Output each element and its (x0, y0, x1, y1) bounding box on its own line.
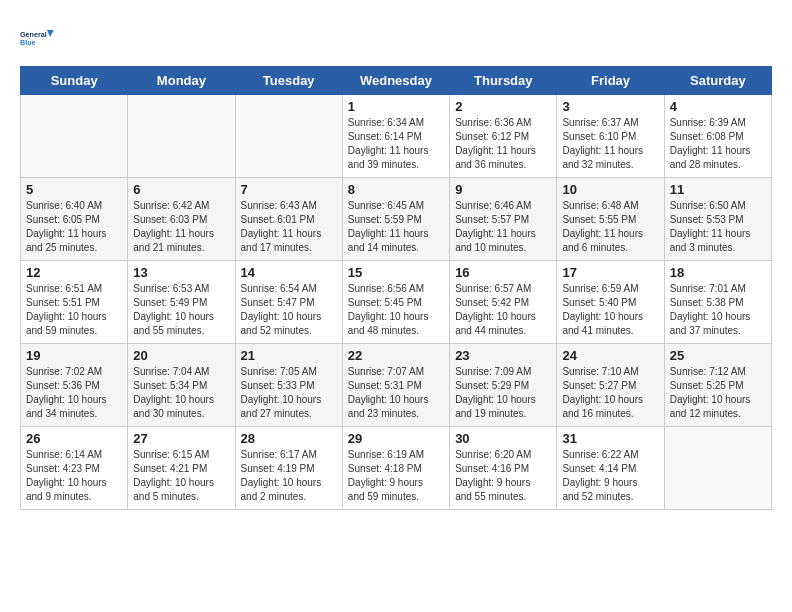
day-number: 26 (26, 431, 122, 446)
day-info: Sunrise: 6:34 AM Sunset: 6:14 PM Dayligh… (348, 116, 444, 172)
day-info: Sunrise: 6:42 AM Sunset: 6:03 PM Dayligh… (133, 199, 229, 255)
day-number: 22 (348, 348, 444, 363)
day-info: Sunrise: 6:15 AM Sunset: 4:21 PM Dayligh… (133, 448, 229, 504)
day-number: 28 (241, 431, 337, 446)
day-info: Sunrise: 6:36 AM Sunset: 6:12 PM Dayligh… (455, 116, 551, 172)
calendar-cell: 27Sunrise: 6:15 AM Sunset: 4:21 PM Dayli… (128, 427, 235, 510)
day-number: 13 (133, 265, 229, 280)
day-info: Sunrise: 6:45 AM Sunset: 5:59 PM Dayligh… (348, 199, 444, 255)
day-info: Sunrise: 6:20 AM Sunset: 4:16 PM Dayligh… (455, 448, 551, 504)
calendar-cell: 8Sunrise: 6:45 AM Sunset: 5:59 PM Daylig… (342, 178, 449, 261)
day-info: Sunrise: 6:19 AM Sunset: 4:18 PM Dayligh… (348, 448, 444, 504)
day-info: Sunrise: 6:17 AM Sunset: 4:19 PM Dayligh… (241, 448, 337, 504)
svg-marker-2 (47, 30, 54, 37)
calendar-cell: 4Sunrise: 6:39 AM Sunset: 6:08 PM Daylig… (664, 95, 771, 178)
calendar-week-5: 26Sunrise: 6:14 AM Sunset: 4:23 PM Dayli… (21, 427, 772, 510)
calendar-cell: 20Sunrise: 7:04 AM Sunset: 5:34 PM Dayli… (128, 344, 235, 427)
weekday-thursday: Thursday (450, 67, 557, 95)
weekday-saturday: Saturday (664, 67, 771, 95)
day-info: Sunrise: 6:39 AM Sunset: 6:08 PM Dayligh… (670, 116, 766, 172)
calendar-cell: 28Sunrise: 6:17 AM Sunset: 4:19 PM Dayli… (235, 427, 342, 510)
weekday-friday: Friday (557, 67, 664, 95)
calendar-cell: 10Sunrise: 6:48 AM Sunset: 5:55 PM Dayli… (557, 178, 664, 261)
calendar-cell: 16Sunrise: 6:57 AM Sunset: 5:42 PM Dayli… (450, 261, 557, 344)
day-info: Sunrise: 6:59 AM Sunset: 5:40 PM Dayligh… (562, 282, 658, 338)
day-info: Sunrise: 6:14 AM Sunset: 4:23 PM Dayligh… (26, 448, 122, 504)
day-number: 12 (26, 265, 122, 280)
day-info: Sunrise: 7:07 AM Sunset: 5:31 PM Dayligh… (348, 365, 444, 421)
day-number: 30 (455, 431, 551, 446)
day-number: 19 (26, 348, 122, 363)
calendar-cell: 30Sunrise: 6:20 AM Sunset: 4:16 PM Dayli… (450, 427, 557, 510)
day-info: Sunrise: 7:05 AM Sunset: 5:33 PM Dayligh… (241, 365, 337, 421)
calendar-cell: 5Sunrise: 6:40 AM Sunset: 6:05 PM Daylig… (21, 178, 128, 261)
svg-text:General: General (20, 30, 47, 39)
day-number: 31 (562, 431, 658, 446)
day-number: 20 (133, 348, 229, 363)
day-info: Sunrise: 6:22 AM Sunset: 4:14 PM Dayligh… (562, 448, 658, 504)
weekday-wednesday: Wednesday (342, 67, 449, 95)
day-number: 24 (562, 348, 658, 363)
day-info: Sunrise: 6:51 AM Sunset: 5:51 PM Dayligh… (26, 282, 122, 338)
page-header: GeneralBlue (20, 20, 772, 56)
day-info: Sunrise: 7:12 AM Sunset: 5:25 PM Dayligh… (670, 365, 766, 421)
svg-text:Blue: Blue (20, 38, 36, 47)
day-number: 14 (241, 265, 337, 280)
calendar-table: SundayMondayTuesdayWednesdayThursdayFrid… (20, 66, 772, 510)
day-number: 21 (241, 348, 337, 363)
day-number: 2 (455, 99, 551, 114)
day-number: 23 (455, 348, 551, 363)
calendar-cell: 7Sunrise: 6:43 AM Sunset: 6:01 PM Daylig… (235, 178, 342, 261)
day-info: Sunrise: 7:09 AM Sunset: 5:29 PM Dayligh… (455, 365, 551, 421)
logo: GeneralBlue (20, 20, 56, 56)
day-number: 4 (670, 99, 766, 114)
day-number: 5 (26, 182, 122, 197)
day-number: 15 (348, 265, 444, 280)
day-number: 16 (455, 265, 551, 280)
day-number: 7 (241, 182, 337, 197)
calendar-cell: 22Sunrise: 7:07 AM Sunset: 5:31 PM Dayli… (342, 344, 449, 427)
day-info: Sunrise: 7:04 AM Sunset: 5:34 PM Dayligh… (133, 365, 229, 421)
day-number: 10 (562, 182, 658, 197)
calendar-cell: 23Sunrise: 7:09 AM Sunset: 5:29 PM Dayli… (450, 344, 557, 427)
day-number: 3 (562, 99, 658, 114)
calendar-cell: 21Sunrise: 7:05 AM Sunset: 5:33 PM Dayli… (235, 344, 342, 427)
day-info: Sunrise: 6:53 AM Sunset: 5:49 PM Dayligh… (133, 282, 229, 338)
day-info: Sunrise: 6:57 AM Sunset: 5:42 PM Dayligh… (455, 282, 551, 338)
calendar-cell: 13Sunrise: 6:53 AM Sunset: 5:49 PM Dayli… (128, 261, 235, 344)
weekday-tuesday: Tuesday (235, 67, 342, 95)
calendar-cell (664, 427, 771, 510)
day-number: 29 (348, 431, 444, 446)
calendar-cell: 6Sunrise: 6:42 AM Sunset: 6:03 PM Daylig… (128, 178, 235, 261)
logo-icon: GeneralBlue (20, 20, 56, 56)
calendar-cell: 26Sunrise: 6:14 AM Sunset: 4:23 PM Dayli… (21, 427, 128, 510)
day-info: Sunrise: 6:46 AM Sunset: 5:57 PM Dayligh… (455, 199, 551, 255)
day-info: Sunrise: 6:40 AM Sunset: 6:05 PM Dayligh… (26, 199, 122, 255)
calendar-cell (128, 95, 235, 178)
day-number: 25 (670, 348, 766, 363)
weekday-header-row: SundayMondayTuesdayWednesdayThursdayFrid… (21, 67, 772, 95)
day-info: Sunrise: 7:01 AM Sunset: 5:38 PM Dayligh… (670, 282, 766, 338)
calendar-cell: 24Sunrise: 7:10 AM Sunset: 5:27 PM Dayli… (557, 344, 664, 427)
day-number: 18 (670, 265, 766, 280)
calendar-cell: 11Sunrise: 6:50 AM Sunset: 5:53 PM Dayli… (664, 178, 771, 261)
calendar-cell: 14Sunrise: 6:54 AM Sunset: 5:47 PM Dayli… (235, 261, 342, 344)
calendar-week-1: 1Sunrise: 6:34 AM Sunset: 6:14 PM Daylig… (21, 95, 772, 178)
day-info: Sunrise: 6:50 AM Sunset: 5:53 PM Dayligh… (670, 199, 766, 255)
calendar-cell: 18Sunrise: 7:01 AM Sunset: 5:38 PM Dayli… (664, 261, 771, 344)
calendar-cell: 3Sunrise: 6:37 AM Sunset: 6:10 PM Daylig… (557, 95, 664, 178)
day-number: 27 (133, 431, 229, 446)
weekday-monday: Monday (128, 67, 235, 95)
day-number: 11 (670, 182, 766, 197)
day-info: Sunrise: 7:10 AM Sunset: 5:27 PM Dayligh… (562, 365, 658, 421)
day-info: Sunrise: 6:56 AM Sunset: 5:45 PM Dayligh… (348, 282, 444, 338)
calendar-week-2: 5Sunrise: 6:40 AM Sunset: 6:05 PM Daylig… (21, 178, 772, 261)
calendar-cell: 19Sunrise: 7:02 AM Sunset: 5:36 PM Dayli… (21, 344, 128, 427)
day-number: 6 (133, 182, 229, 197)
calendar-cell: 31Sunrise: 6:22 AM Sunset: 4:14 PM Dayli… (557, 427, 664, 510)
day-info: Sunrise: 7:02 AM Sunset: 5:36 PM Dayligh… (26, 365, 122, 421)
calendar-cell (21, 95, 128, 178)
day-info: Sunrise: 6:48 AM Sunset: 5:55 PM Dayligh… (562, 199, 658, 255)
day-info: Sunrise: 6:54 AM Sunset: 5:47 PM Dayligh… (241, 282, 337, 338)
day-info: Sunrise: 6:43 AM Sunset: 6:01 PM Dayligh… (241, 199, 337, 255)
